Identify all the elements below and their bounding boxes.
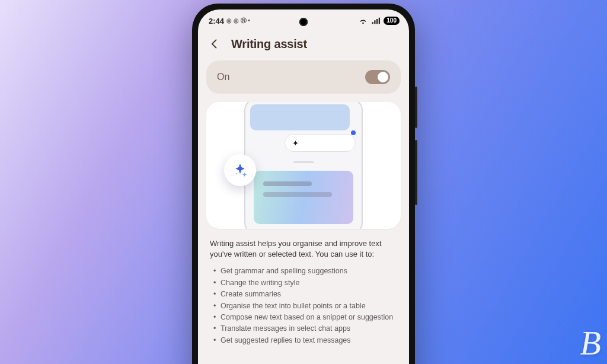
content-scroll[interactable]: On ✦	[198, 60, 409, 364]
illustration-fab	[224, 154, 256, 186]
wifi-icon	[359, 17, 368, 24]
volume-button	[415, 87, 417, 128]
watermark-logo: B	[580, 326, 601, 360]
wallpaper-stage: 2:44 ◎ ◎ Ⓝ • 100 Writing	[0, 0, 607, 364]
phone-screen: 2:44 ◎ ◎ Ⓝ • 100 Writing	[198, 9, 409, 364]
description-intro: Writing assist helps you organise and im…	[210, 238, 397, 260]
page-title: Writing assist	[231, 37, 307, 51]
page-header: Writing assist	[198, 32, 409, 60]
list-item: Create summaries	[221, 289, 397, 300]
chevron-left-icon	[209, 38, 221, 50]
illustration-mini-phone: ✦	[244, 102, 363, 229]
toggle-label: On	[217, 72, 229, 82]
battery-indicator: 100	[384, 17, 400, 25]
illustration-bubble-tail	[351, 130, 356, 135]
front-camera	[299, 18, 308, 26]
feature-illustration: ✦	[206, 102, 401, 229]
status-notification-icons: ◎ ◎ Ⓝ •	[226, 17, 250, 25]
list-item: Change the writing style	[221, 277, 397, 289]
description-bullets: Get grammar and spelling suggestions Cha…	[210, 266, 397, 346]
power-button	[415, 140, 417, 205]
list-item: Get suggested replies to text messages	[221, 335, 397, 346]
list-item: Translate messages in select chat apps	[221, 323, 397, 334]
signal-icon	[371, 17, 380, 24]
illustration-gradient-panel	[254, 171, 353, 224]
master-toggle-row[interactable]: On	[206, 60, 401, 94]
svg-point-0	[236, 173, 237, 174]
back-button[interactable]	[206, 36, 223, 52]
sparkle-small-icon: ✦	[292, 139, 299, 148]
phone-frame: 2:44 ◎ ◎ Ⓝ • 100 Writing	[192, 4, 415, 364]
list-item: Get grammar and spelling suggestions	[221, 266, 397, 277]
sparkle-icon	[231, 161, 249, 179]
illustration-bubble-outgoing: ✦	[285, 134, 356, 152]
list-item: Organise the text into bullet points or …	[221, 301, 397, 312]
status-clock: 2:44	[209, 17, 224, 25]
illustration-bubble-incoming	[250, 104, 350, 130]
description-block: Writing assist helps you organise and im…	[206, 238, 401, 346]
list-item: Compose new text based on a snippet or s…	[221, 312, 397, 323]
illustration-divider	[293, 161, 314, 163]
toggle-knob	[378, 72, 388, 82]
toggle-switch[interactable]	[365, 70, 390, 84]
